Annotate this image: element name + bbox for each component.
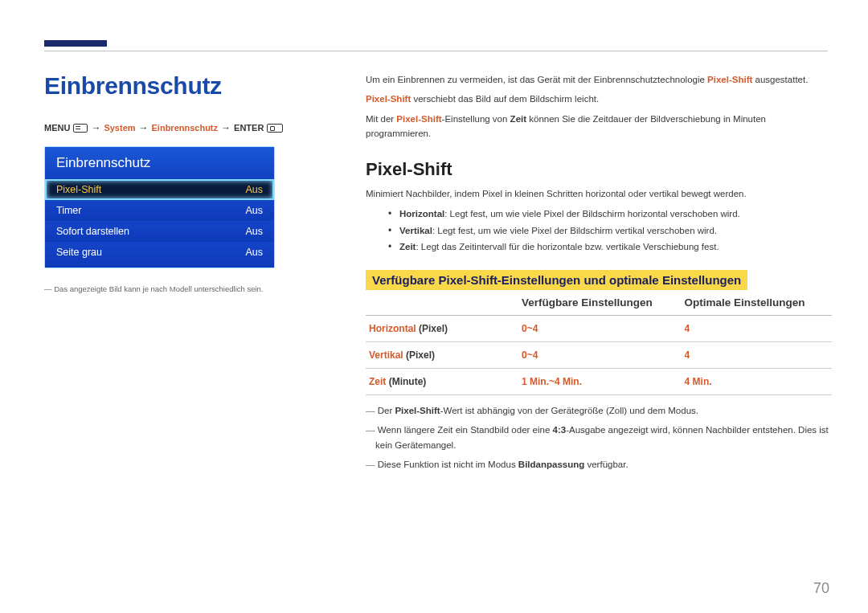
t: Vertikal <box>399 226 432 235</box>
t: Diese Funktion ist nicht im Modus <box>378 460 518 469</box>
t: 1 Min.~4 Min. <box>518 369 682 395</box>
t: Um ein Einbrennen zu vermeiden, ist das … <box>366 75 707 84</box>
t: Pixel-Shift <box>396 114 441 124</box>
t: (Minute) <box>386 376 426 387</box>
t: Bildanpassung <box>518 460 584 469</box>
table-notes: Der Pixel-Shift-Wert ist abhängig von de… <box>366 403 832 472</box>
th-blank <box>366 292 518 316</box>
intro-line2: Pixel-Shift verschiebt das Bild auf dem … <box>366 92 832 106</box>
t: : Legt fest, um wie viele Pixel der Bild… <box>444 209 740 219</box>
table-row: Horizontal (Pixel) 0~4 4 <box>366 316 832 342</box>
t: -Einstellung von <box>442 114 510 124</box>
t: Wenn längere Zeit ein Standbild oder ein… <box>378 425 553 435</box>
osd-row-label: Pixel-Shift <box>56 184 101 195</box>
arrow-icon: → <box>139 122 149 133</box>
note2: Wenn längere Zeit ein Standbild oder ein… <box>366 423 832 452</box>
t: Mit der <box>366 114 396 124</box>
breadcrumb-item: Einbrennschutz <box>152 123 219 133</box>
t: Zeit <box>399 242 416 251</box>
t: ausgestattet. <box>752 75 808 84</box>
intro-line1: Um ein Einbrennen zu vermeiden, ist das … <box>366 72 832 87</box>
osd-row-label: Sofort darstellen <box>56 226 129 237</box>
enter-icon <box>267 124 283 133</box>
t: 4:3 <box>553 425 567 435</box>
bullet-vertikal: Vertikal: Legt fest, um wie viele Pixel … <box>388 223 832 239</box>
osd-row-value: Aus <box>245 184 263 195</box>
note1: Der Pixel-Shift-Wert ist abhängig von de… <box>366 403 832 418</box>
footnote-model: Das angezeigte Bild kann je nach Modell … <box>44 284 321 294</box>
table-row: Vertikal (Pixel) 0~4 4 <box>366 342 832 369</box>
bullet-zeit: Zeit: Legt das Zeitintervall für die hor… <box>388 239 832 255</box>
t: (Pixel) <box>416 323 448 334</box>
t: Horizontal <box>369 323 416 334</box>
t: Vertikal <box>369 349 403 361</box>
t: 4 Min. <box>682 369 832 395</box>
t: : Legt fest, um wie viele Pixel der Bild… <box>432 226 717 235</box>
section-marker <box>44 40 107 47</box>
table-row: Zeit (Minute) 1 Min.~4 Min. 4 Min. <box>366 369 832 395</box>
osd-panel: Einbrennschutz Pixel-Shift Aus Timer Aus… <box>44 146 275 268</box>
breadcrumb: MENU → System → Einbrennschutz → ENTER <box>44 122 321 133</box>
t: 0~4 <box>518 316 682 342</box>
osd-row-value: Aus <box>245 247 263 258</box>
t: verschiebt das Bild auf dem Bildschirm l… <box>411 94 599 104</box>
osd-row-timer[interactable]: Timer Aus <box>45 200 274 221</box>
t: : Legt das Zeitintervall für die horizon… <box>416 242 719 251</box>
table-highlight: Verfügbare Pixel-Shift-Einstellungen und… <box>366 270 747 290</box>
t: Zeit <box>510 114 526 124</box>
osd-row-label: Timer <box>56 205 81 216</box>
t: -Wert ist abhängig von der Gerätegröße (… <box>440 406 698 415</box>
t: 4 <box>682 316 832 342</box>
breadcrumb-menu: MENU <box>44 123 70 133</box>
menu-icon <box>73 124 88 133</box>
t: 4 <box>682 342 832 369</box>
osd-row-seite-grau[interactable]: Seite grau Aus <box>45 242 274 268</box>
intro-line3: Mit der Pixel-Shift-Einstellung von Zeit… <box>366 112 832 141</box>
osd-row-sofort[interactable]: Sofort darstellen Aus <box>45 221 274 242</box>
t: 0~4 <box>518 342 682 369</box>
settings-table: Verfügbare Einstellungen Optimale Einste… <box>366 292 832 395</box>
arrow-icon: → <box>221 122 231 133</box>
section-desc: Minimiert Nachbilder, indem Pixel in kle… <box>366 186 832 201</box>
th-optimal: Optimale Einstellungen <box>682 292 832 316</box>
note3: Diese Funktion ist nicht im Modus Bildan… <box>366 457 832 472</box>
section-heading: Pixel-Shift <box>366 159 832 180</box>
t: Pixel-Shift <box>366 94 411 104</box>
osd-title: Einbrennschutz <box>45 147 274 179</box>
t: Zeit <box>369 376 386 387</box>
breadcrumb-enter: ENTER <box>234 123 264 133</box>
t: verfügbar. <box>584 460 628 469</box>
page-number: 70 <box>813 580 829 597</box>
t: Horizontal <box>399 209 444 219</box>
osd-row-value: Aus <box>245 205 263 216</box>
t: (Pixel) <box>403 349 435 361</box>
top-rule <box>44 51 828 51</box>
osd-row-pixel-shift[interactable]: Pixel-Shift Aus <box>45 179 274 200</box>
t: Der <box>378 406 395 415</box>
osd-row-label: Seite grau <box>56 247 102 258</box>
page-title: Einbrennschutz <box>44 72 321 100</box>
t: Pixel-Shift <box>395 406 440 415</box>
th-available: Verfügbare Einstellungen <box>518 292 682 316</box>
t: Pixel-Shift <box>707 75 752 84</box>
bullet-list: Horizontal: Legt fest, um wie viele Pixe… <box>388 206 832 255</box>
breadcrumb-system: System <box>104 123 135 133</box>
bullet-horizontal: Horizontal: Legt fest, um wie viele Pixe… <box>388 206 832 223</box>
arrow-icon: → <box>91 122 100 133</box>
osd-row-value: Aus <box>245 226 263 237</box>
